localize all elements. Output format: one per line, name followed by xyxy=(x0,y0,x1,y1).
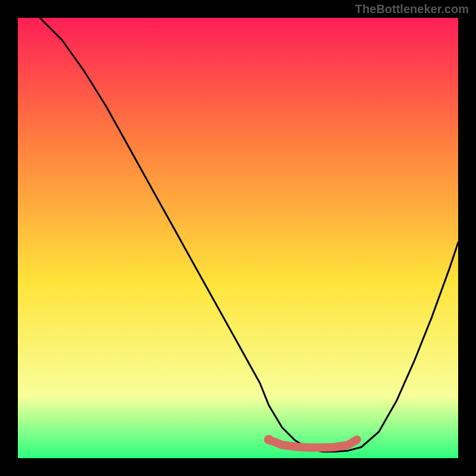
chart-svg xyxy=(18,18,458,458)
attribution-text: TheBottleneker.com xyxy=(355,2,469,16)
chart-plot-area xyxy=(18,18,458,458)
gradient-background xyxy=(18,18,458,458)
optimal-point-marker xyxy=(264,435,274,444)
